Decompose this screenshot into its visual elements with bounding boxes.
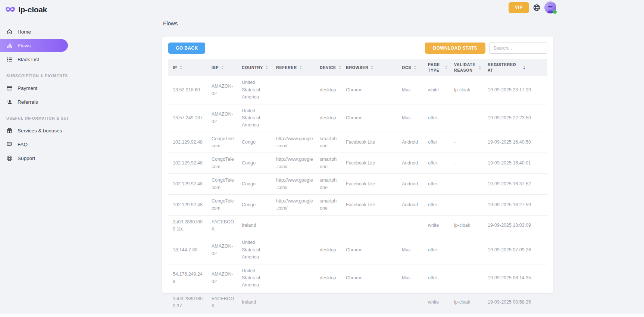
- table-row: 13.52.218.60AMAZON-02United States of Am…: [168, 76, 547, 104]
- cell-ip: 2a03:2880:f800:1b::: [168, 215, 207, 236]
- sidebar-item-label: Support: [18, 156, 35, 161]
- column-label: REFERER: [276, 65, 297, 70]
- cell-browser: Facebook Lite: [341, 174, 397, 195]
- sidebar-item-support[interactable]: Support: [0, 152, 68, 164]
- column-label: REGISTERED AT: [488, 62, 520, 73]
- sidebar-item-payment[interactable]: Payment: [0, 82, 68, 94]
- cell-ocs: Android: [397, 132, 423, 153]
- cell-isp: CongoTelecom: [207, 153, 237, 174]
- cell-referer: [272, 292, 315, 313]
- column-header-browser[interactable]: BROWSER: [341, 59, 397, 76]
- cell-referer: http://www.google.com/: [272, 194, 315, 215]
- table-row: 2a03:2880:f800:1b::FACEBOOKIrelandwhitel…: [168, 215, 547, 236]
- cell-ip: 102.129.92.48: [168, 194, 207, 215]
- home-icon: [6, 29, 13, 35]
- cell-ocs: [397, 215, 423, 236]
- credit-card-icon: [6, 85, 13, 91]
- cell-page-type: offer: [423, 132, 450, 153]
- sidebar-item-label: Payment: [18, 85, 37, 91]
- column-header-isp[interactable]: ISP: [207, 59, 237, 76]
- cell-validate-reason: -: [450, 153, 483, 174]
- go-back-button[interactable]: GO BACK: [168, 43, 205, 54]
- cell-registered-at: 19-09-2025 16:27:59: [483, 194, 547, 215]
- cell-browser: Chrome: [341, 264, 397, 292]
- cell-registered-at: 19-09-2025 16:37:52: [483, 174, 547, 195]
- table-row: 102.129.92.48CongoTelecomCongohttp://www…: [168, 194, 547, 215]
- sidebar-item-label: Referrals: [18, 99, 38, 105]
- cell-ip: 2a03:2880:f800:37::: [168, 292, 207, 313]
- sort-icon: [339, 66, 341, 69]
- sidebar-item-flows[interactable]: Flows: [0, 39, 68, 52]
- column-label: VALIDATE REASON: [454, 62, 476, 73]
- sidebar-item-faq[interactable]: ?! FAQ: [0, 138, 68, 151]
- sidebar-item-referrals[interactable]: Referrals: [0, 95, 68, 108]
- sidebar-item-home[interactable]: Home: [0, 25, 68, 38]
- column-label: COUNTRY: [242, 65, 263, 70]
- sidebar-item-label: Services & bonuses: [18, 128, 62, 134]
- cell-page-type: white: [423, 292, 450, 313]
- search-input[interactable]: [489, 43, 547, 54]
- column-header-country[interactable]: COUNTRY: [237, 59, 272, 76]
- sidebar-section-support: USEFUL INFORMATION & SUPPORT: [6, 116, 68, 120]
- sidebar: lp-cloak Home Flows Black List SUBSCRIPT…: [0, 0, 68, 166]
- cell-isp: CongoTelecom: [207, 132, 237, 153]
- cell-registered-at: 19-09-2025 22:23:50: [483, 104, 547, 132]
- column-header-registered-at[interactable]: REGISTERED AT: [483, 59, 547, 76]
- cell-country: United States of America: [237, 104, 272, 132]
- column-header-ocs[interactable]: OCS: [397, 59, 423, 76]
- cell-referer: [272, 215, 315, 236]
- cell-page-type: offer: [423, 236, 450, 264]
- sidebar-item-services-bonuses[interactable]: Services & bonuses: [0, 124, 68, 137]
- cell-page-type: offer: [423, 264, 450, 292]
- cell-registered-at: 19-09-2025 06:14:35: [483, 264, 547, 292]
- cell-ocs: Mac: [397, 264, 423, 292]
- cell-browser: Chrome: [341, 236, 397, 264]
- cell-country: Congo: [237, 153, 272, 174]
- cell-registered-at: 19-09-2025 16:40:50: [483, 132, 547, 153]
- cell-ocs: Android: [397, 194, 423, 215]
- cell-device: desktop: [315, 236, 341, 264]
- sidebar-item-black-list[interactable]: Black List: [0, 53, 68, 66]
- cell-validate-reason: lp-cloak: [450, 76, 483, 104]
- table-row: 54.176.249.249AMAZON-02United States of …: [168, 264, 547, 292]
- cell-validate-reason: -: [450, 132, 483, 153]
- column-header-referer[interactable]: REFERER: [272, 59, 315, 76]
- cell-page-type: white: [423, 215, 450, 236]
- cell-page-type: offer: [423, 104, 450, 132]
- column-label: PAGE TYPE: [428, 62, 443, 73]
- cell-browser: Facebook Lite: [341, 153, 397, 174]
- column-header-device[interactable]: DEVICE: [315, 59, 341, 76]
- column-header-validate-reason[interactable]: VALIDATE REASON: [450, 59, 483, 76]
- cell-device: smartphone: [315, 194, 341, 215]
- cell-validate-reason: -: [450, 236, 483, 264]
- language-globe-button[interactable]: [533, 4, 541, 12]
- column-label: OCS: [402, 65, 411, 70]
- cell-ocs: Mac: [397, 104, 423, 132]
- sort-icon: [300, 66, 302, 69]
- cell-country: United States of America: [237, 76, 272, 104]
- table-header-row: IPISPCOUNTRYREFERERDEVICEBROWSEROCSPAGE …: [168, 59, 547, 76]
- brand-logo[interactable]: lp-cloak: [5, 5, 68, 14]
- sort-icon: [180, 66, 182, 69]
- table-row: 13.57.249.137AMAZON-02United States of A…: [168, 104, 547, 132]
- cell-device: smartphone: [315, 132, 341, 153]
- vip-button[interactable]: VIP: [509, 2, 529, 13]
- cell-country: Ireland: [237, 292, 272, 313]
- column-header-page-type[interactable]: PAGE TYPE: [423, 59, 450, 76]
- section-label: SUBSCRIPTION & PAYMENTS: [6, 74, 68, 78]
- cell-registered-at: 19-09-2025 07:09:26: [483, 236, 547, 264]
- list-icon: [6, 56, 13, 63]
- cell-isp: CongoTelecom: [207, 174, 237, 195]
- table-row: 18.144.7.80AMAZON-02United States of Ame…: [168, 236, 547, 264]
- sort-icon: [266, 66, 268, 69]
- brand-name: lp-cloak: [18, 5, 47, 14]
- cell-validate-reason: -: [450, 174, 483, 195]
- cell-ocs: Android: [397, 153, 423, 174]
- flows-card: GO BACK DOWNLOAD STATS IPISPCOUNTRYREFER…: [162, 37, 553, 293]
- sort-icon: [371, 66, 373, 69]
- column-header-ip[interactable]: IP: [168, 59, 207, 76]
- cell-browser: Chrome: [341, 76, 397, 104]
- user-avatar[interactable]: [544, 1, 556, 13]
- cell-validate-reason: -: [450, 104, 483, 132]
- download-stats-button[interactable]: DOWNLOAD STATS: [425, 43, 485, 54]
